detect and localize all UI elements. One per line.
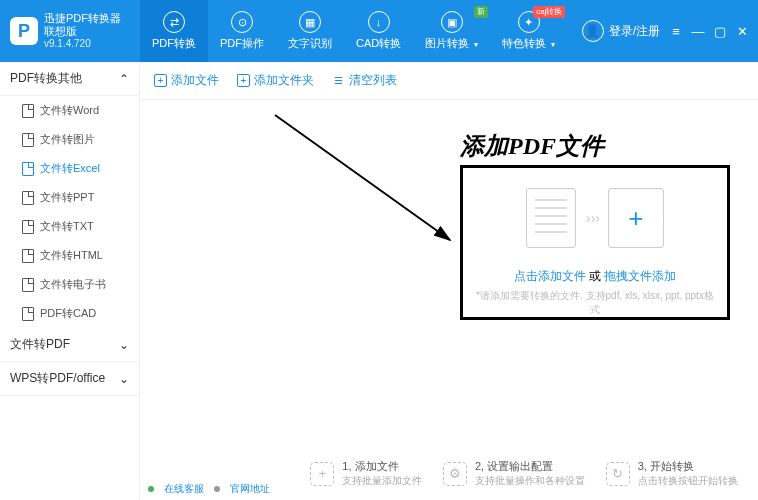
nav-特色转换[interactable]: ✦特色转换 ▾caj转换	[490, 0, 567, 62]
nav-icon: ⊙	[231, 11, 253, 33]
sidebar-item-0[interactable]: 文件转Word	[0, 96, 139, 125]
sidebar-item-1[interactable]: 文件转图片	[0, 125, 139, 154]
step-1: +1, 添加文件支持批量添加文件	[310, 459, 422, 488]
app-name: 迅捷PDF转换器	[44, 12, 121, 25]
sidebar-item-6[interactable]: 文件转电子书	[0, 270, 139, 299]
status-dot-site	[214, 486, 220, 492]
step-icon: ⚙	[443, 462, 467, 486]
nav-icon: ⇄	[163, 11, 185, 33]
sidebar-item-2[interactable]: 文件转Excel	[0, 154, 139, 183]
file-icon	[22, 220, 34, 234]
status-dot-online	[148, 486, 154, 492]
file-icon	[22, 249, 34, 263]
link-website[interactable]: 官网地址	[230, 482, 270, 496]
sidebar-group-file-to-pdf[interactable]: 文件转PDF⌄	[0, 328, 139, 362]
nav-图片转换[interactable]: ▣图片转换 ▾新	[413, 0, 490, 62]
user-icon: 👤	[582, 20, 604, 42]
step-3: ↻3, 开始转换点击转换按钮开始转换	[606, 459, 738, 488]
sidebar-item-5[interactable]: 文件转HTML	[0, 241, 139, 270]
menu-button[interactable]: ≡	[668, 24, 684, 39]
nav-icon: ▦	[299, 11, 321, 33]
dropzone[interactable]: › › › + 点击添加文件 或 拖拽文件添加 *请添加需要转换的文件. 支持p…	[460, 165, 730, 320]
add-folder-icon: +	[237, 74, 250, 87]
file-icon	[22, 162, 34, 176]
login-label: 登录/注册	[609, 23, 660, 40]
annotation-text: 添加PDF文件	[460, 130, 604, 162]
step-icon: ↻	[606, 462, 630, 486]
app-logo: P 迅捷PDF转换器 联想版 v9.1.4.720	[0, 12, 140, 50]
nav-PDF转换[interactable]: ⇄PDF转换	[140, 0, 208, 62]
dropzone-hint: *请添加需要转换的文件. 支持pdf, xls, xlsx, ppt, pptx…	[473, 289, 717, 317]
app-edition: 联想版	[44, 25, 121, 38]
add-file-button[interactable]: + 添加文件	[154, 72, 219, 89]
close-button[interactable]: ✕	[734, 24, 750, 39]
nav-PDF操作[interactable]: ⊙PDF操作	[208, 0, 276, 62]
step-2: ⚙2, 设置输出配置支持批量操作和各种设置	[443, 459, 585, 488]
logo-icon: P	[10, 17, 38, 45]
minimize-button[interactable]: —	[690, 24, 706, 39]
login-button[interactable]: 👤 登录/注册	[582, 20, 660, 42]
sidebar-item-3[interactable]: 文件转PPT	[0, 183, 139, 212]
file-icon	[22, 133, 34, 147]
add-icon: +	[608, 188, 664, 248]
svg-line-0	[275, 115, 450, 240]
sidebar-group-wps-to-pdf[interactable]: WPS转PDF/office⌄	[0, 362, 139, 396]
nav-文字识别[interactable]: ▦文字识别	[276, 0, 344, 62]
chevron-icon: › › ›	[586, 210, 598, 226]
link-support[interactable]: 在线客服	[164, 482, 204, 496]
nav-icon: ▣	[441, 11, 463, 33]
maximize-button[interactable]: ▢	[712, 24, 728, 39]
clear-list-icon: ☰	[332, 74, 345, 87]
dropzone-text: 点击添加文件 或 拖拽文件添加	[473, 268, 717, 285]
file-icon	[22, 307, 34, 321]
app-version: v9.1.4.720	[44, 38, 121, 50]
sidebar-item-7[interactable]: PDF转CAD	[0, 299, 139, 328]
file-icon	[22, 191, 34, 205]
file-icon	[22, 278, 34, 292]
add-file-icon: +	[154, 74, 167, 87]
sidebar-group-pdf-to-other[interactable]: PDF转换其他⌃	[0, 62, 139, 96]
file-icon	[526, 188, 576, 248]
add-folder-button[interactable]: + 添加文件夹	[237, 72, 314, 89]
sidebar-item-4[interactable]: 文件转TXT	[0, 212, 139, 241]
file-icon	[22, 104, 34, 118]
annotation-arrow	[270, 110, 470, 260]
step-icon: +	[310, 462, 334, 486]
clear-list-button[interactable]: ☰ 清空列表	[332, 72, 397, 89]
nav-icon: ↓	[368, 11, 390, 33]
nav-CAD转换[interactable]: ↓CAD转换	[344, 0, 413, 62]
